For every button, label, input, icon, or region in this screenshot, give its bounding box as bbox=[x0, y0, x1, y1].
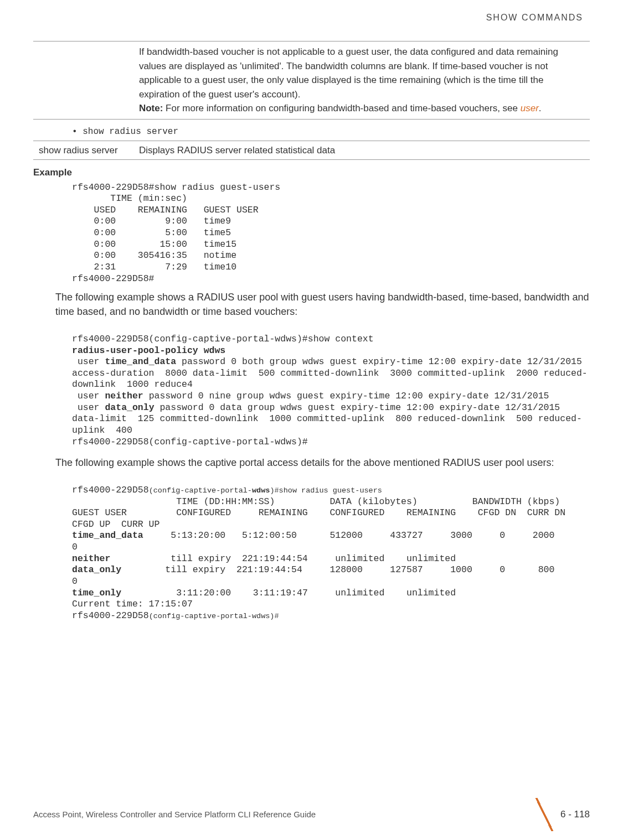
footer-right: 6 - 118 bbox=[534, 798, 590, 831]
example-block-2: rfs4000-229D58(config-captive-portal-wdw… bbox=[72, 322, 590, 448]
b2-u3b: data_only bbox=[105, 402, 154, 413]
note-label: Note: bbox=[139, 103, 163, 113]
b2-line2: radius-user-pool-policy wdws bbox=[72, 345, 225, 356]
voucher-note-table: If bandwidth-based voucher is not applic… bbox=[33, 41, 590, 120]
voucher-note-left-blank bbox=[33, 42, 133, 120]
footer-left-text: Access Point, Wireless Controller and Se… bbox=[33, 808, 316, 821]
b3-row-tad-a: time_and_data bbox=[72, 530, 143, 541]
b3-prefix: rfs4000-229D58 bbox=[72, 485, 149, 495]
radius-server-table: show radius server Displays RADIUS serve… bbox=[33, 141, 590, 160]
radius-row-right: Displays RADIUS server related statistic… bbox=[133, 141, 590, 160]
body-paragraph-2: The following example shows the captive … bbox=[55, 455, 590, 470]
voucher-note-line: Note: For more information on configurin… bbox=[139, 101, 584, 116]
b3-row-neither-b: till expiry 221:19:44:54 unlimited unlim… bbox=[110, 553, 456, 564]
b2-u3a: user bbox=[72, 402, 105, 413]
b3-small2: )#show radius guest-users bbox=[270, 486, 382, 495]
b2-tail: rfs4000-229D58(config-captive-portal-wdw… bbox=[72, 437, 308, 447]
footer-page-number: 6 - 118 bbox=[560, 807, 590, 822]
b3-row-dataonly-b: till expiry 221:19:44:54 128000 127587 1… bbox=[72, 564, 599, 587]
body-paragraph-1: The following example shows a RADIUS use… bbox=[55, 290, 590, 319]
b3-row-tad-b: 5:13:20:00 5:12:00:50 512000 433727 3000… bbox=[72, 530, 593, 552]
voucher-note-paragraph: If bandwidth-based voucher is not applic… bbox=[139, 45, 584, 101]
b2-line1: rfs4000-229D58(config-captive-portal-wdw… bbox=[72, 334, 374, 344]
page-header-title: SHOW COMMANDS bbox=[33, 11, 590, 24]
footer-slash-icon bbox=[534, 798, 555, 831]
example-block-1: rfs4000-229D58#show radius guest-users T… bbox=[72, 182, 590, 285]
note-text: For more information on configuring band… bbox=[163, 103, 520, 113]
note-link-user[interactable]: user bbox=[521, 103, 539, 113]
b3-tail-prefix: rfs4000-229D58 bbox=[72, 610, 149, 621]
b3-small-bold: wdws bbox=[252, 486, 270, 495]
b2-u2a: user bbox=[72, 391, 105, 401]
b3-header2: GUEST USER CONFIGURED REMAINING CONFIGUR… bbox=[72, 507, 576, 530]
b2-u1a: user bbox=[72, 356, 105, 367]
b3-tail-small: (config-captive-portal-wdws)# bbox=[149, 612, 279, 620]
b3-small1: (config-captive-portal- bbox=[149, 486, 252, 495]
b2-u1b: time_and_data bbox=[105, 356, 176, 367]
example-heading: Example bbox=[33, 165, 590, 180]
b3-header1: TIME (DD:HH:MM:SS) DATA (kilobytes) BAND… bbox=[72, 496, 560, 507]
b3-row-timeonly-b: 3:11:20:00 3:11:19:47 unlimited unlimite… bbox=[121, 588, 456, 598]
b2-u2b: neither bbox=[105, 391, 143, 401]
voucher-note-text-cell: If bandwidth-based voucher is not applic… bbox=[133, 42, 590, 120]
b3-row-neither-a: neither bbox=[72, 553, 110, 564]
note-tail: . bbox=[539, 103, 542, 113]
page-footer: Access Point, Wireless Controller and Se… bbox=[33, 798, 590, 831]
b3-time: Current time: 17:15:07 bbox=[72, 599, 193, 609]
b2-u2c: password 0 nine group wdws guest expiry-… bbox=[143, 391, 549, 401]
example-block-3: rfs4000-229D58(config-captive-portal-wdw… bbox=[72, 473, 590, 621]
b3-row-timeonly-a: time_only bbox=[72, 588, 121, 598]
radius-row-left: show radius server bbox=[33, 141, 133, 160]
b3-row-dataonly-a: data_only bbox=[72, 564, 121, 575]
bullet-show-radius-server: • show radius server bbox=[33, 123, 590, 141]
